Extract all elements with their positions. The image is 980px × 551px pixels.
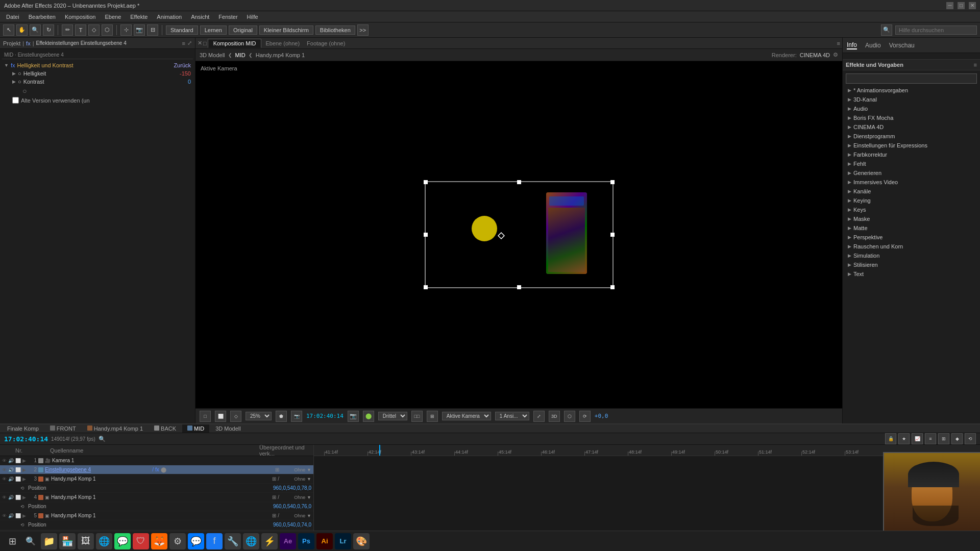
tab-vorschau[interactable]: Vorschau [889, 42, 915, 49]
layer-visibility-5[interactable]: 👁 [2, 513, 7, 518]
search-button[interactable]: 🔍 [881, 24, 892, 36]
rotate-tool[interactable]: ↻ [43, 24, 54, 36]
snapshot-btn[interactable]: 📷 [348, 411, 359, 422]
comp-tab-footage[interactable]: Footage (ohne) [304, 39, 348, 47]
effect-category-item[interactable]: ▶Maske [846, 214, 977, 223]
tl-tab-handy.mp4-komp-1[interactable]: Handy.mp4 Komp 1 [82, 424, 148, 433]
taskbar-ae[interactable]: Ae [280, 533, 296, 549]
taskbar-firefox[interactable]: 🦊 [151, 533, 167, 549]
layer-visibility-3[interactable]: 👁 [2, 477, 7, 482]
taskbar-app3[interactable]: 🔧 [225, 533, 241, 549]
effect-category-item[interactable]: ▶Matte [846, 223, 977, 233]
panel-expand-icon[interactable]: ⤢ [187, 40, 192, 46]
layer-audio-1[interactable]: 🔊 [8, 458, 14, 463]
comp-btn2[interactable]: ⬜ [215, 411, 226, 422]
layer-motion-5[interactable]: / [278, 513, 279, 518]
minimize-button[interactable]: ─ [946, 2, 953, 9]
comp-tab-mid[interactable]: Komposition MID [208, 39, 262, 48]
layer-lock-4[interactable]: ⬜ [15, 495, 21, 500]
hand-tool[interactable]: ✋ [16, 24, 28, 36]
layer-row-3[interactable]: 👁 🔊 ⬜ ▶ 3 ▣ Handy.mp4 Komp 1 ⊞ / Ohne ▼ [0, 474, 313, 484]
effects-search-input[interactable] [846, 73, 977, 84]
kontrast-arrow[interactable]: ▶ [12, 79, 16, 84]
taskbar-photos[interactable]: 🖼 [78, 533, 94, 549]
layer-visibility-4[interactable]: 👁 [2, 495, 7, 500]
taskbar-app4[interactable]: ⚡ [261, 533, 278, 549]
menu-ebene[interactable]: Ebene [101, 13, 125, 21]
comp-3d-btn[interactable]: 3D [549, 411, 560, 422]
layer-audio-2[interactable]: 🔊 [8, 467, 14, 472]
layer-edit-icon-2[interactable]: ⬤ [161, 467, 166, 472]
effect-category-item[interactable]: ▶3D-Kanal [846, 95, 977, 104]
layer-collapse-3[interactable]: ▶ [22, 477, 26, 482]
help-search-input[interactable] [895, 26, 977, 35]
layer-motion-3[interactable]: / [278, 476, 279, 482]
taskbar-ps[interactable]: Ps [298, 533, 314, 549]
layer-row-4[interactable]: 👁 🔊 ⬜ ▶ 4 ▣ Handy.mp4 Komp 1 ⊞ / Ohne ▼ [0, 493, 313, 502]
comp-btn5[interactable]: 📷 [291, 411, 302, 422]
comp-btn1[interactable]: □ [200, 411, 211, 422]
effect-category-item[interactable]: ▶Fehlt [846, 159, 977, 168]
effect-category-item[interactable]: ▶Text [846, 269, 977, 279]
playhead[interactable] [379, 445, 380, 456]
puppet-tool[interactable]: ⊹ [120, 24, 132, 36]
grid-btn[interactable]: ⊞ [427, 411, 438, 422]
menu-komposition[interactable]: Komposition [61, 13, 100, 21]
tab-info[interactable]: Info [847, 41, 857, 49]
layer-name-4[interactable]: Handy.mp4 Komp 1 [51, 494, 160, 500]
taskbar-ie[interactable]: 🌐 [96, 533, 112, 549]
search-timeline-icon[interactable]: 🔍 [99, 436, 106, 442]
layer-pos-value-5[interactable]: 960,0,540,0,74,0 [273, 522, 311, 528]
view-select-ansi[interactable]: 1 Ansi... [495, 412, 529, 420]
layer-lock-5[interactable]: ⬜ [15, 513, 21, 518]
taskbar-ai[interactable]: Ai [316, 533, 333, 549]
layout-bibliotheken[interactable]: Bibliotheken [315, 26, 355, 35]
layer-visibility-1[interactable]: 👁 [2, 458, 7, 463]
layer-pos-value-4[interactable]: 960,0,540,0,76,0 [273, 504, 311, 509]
effect-category-item[interactable]: ▶Keying [846, 196, 977, 205]
tl-tab-back[interactable]: BACK [149, 424, 181, 433]
layer-3d-3[interactable]: ⊞ [272, 476, 276, 482]
comp-toggle-btn[interactable]: ⤢ [533, 411, 545, 422]
view-select-drittel[interactable]: Drittel [378, 412, 407, 420]
taskbar-store[interactable]: 🏪 [59, 533, 76, 549]
layer-stopwatch-4[interactable]: ⟲ [20, 504, 24, 509]
effect-category-item[interactable]: ▶Rauschen und Korn [846, 242, 977, 251]
select-tool[interactable]: ↖ [3, 24, 14, 36]
taskbar-search[interactable]: 🔍 [22, 533, 39, 549]
effect-expand-arrow[interactable]: ▼ [4, 63, 9, 68]
menu-effekte[interactable]: Effekte [126, 13, 152, 21]
nav-mid[interactable]: MID [235, 52, 246, 58]
effect-category-item[interactable]: ▶Simulation [846, 251, 977, 260]
layer-name-2[interactable]: Einstellungsebene 4 [45, 467, 151, 472]
menu-fenster[interactable]: Fenster [214, 13, 241, 21]
layer-visibility-2[interactable]: 👁 [2, 467, 7, 472]
layer-lock-1[interactable]: ⬜ [15, 458, 21, 463]
layer-name-5[interactable]: Handy.mp4 Komp 1 [51, 513, 160, 518]
effect-category-item[interactable]: ▶Perspektive [846, 233, 977, 242]
effect-category-item[interactable]: ▶Immersives Video [846, 178, 977, 187]
effect-category-item[interactable]: ▶Einstellungen für Expressions [846, 141, 977, 150]
more-layouts-button[interactable]: >> [357, 24, 369, 36]
tl-mode-btn[interactable]: ⊞ [938, 433, 949, 444]
tl-markers-btn[interactable]: ◆ [951, 433, 963, 444]
panel-menu-icon[interactable]: ≡ [182, 40, 185, 46]
taskbar-start[interactable]: ⊞ [4, 533, 20, 549]
pen-tool[interactable]: ✏ [62, 24, 73, 36]
effect-category-item[interactable]: ▶Keys [846, 205, 977, 214]
tl-star-btn[interactable]: ★ [898, 433, 910, 444]
taskbar-app5[interactable]: 🎨 [353, 533, 370, 549]
taskbar-app1[interactable]: 🛡 [133, 533, 149, 549]
menu-datei[interactable]: Datei [2, 13, 23, 21]
layer-name-1[interactable]: Kamera 1 [52, 458, 160, 463]
helligkeit-arrow[interactable]: ▶ [12, 71, 16, 76]
color-btn[interactable]: ⬤ [363, 411, 374, 422]
comp-tab-ebene[interactable]: Ebene (ohne) [262, 39, 303, 47]
tl-tab-front[interactable]: FRONT [45, 424, 81, 433]
taskbar-whatsapp[interactable]: 💬 [114, 533, 131, 549]
taskbar-browser[interactable]: 🌐 [243, 533, 259, 549]
comp-close-1[interactable]: ✕ [198, 40, 202, 46]
taskbar-files[interactable]: 📁 [41, 533, 57, 549]
layer-3d-2[interactable]: ⊞ [275, 467, 279, 472]
layer-lock-2[interactable]: ⬜ [15, 467, 21, 472]
